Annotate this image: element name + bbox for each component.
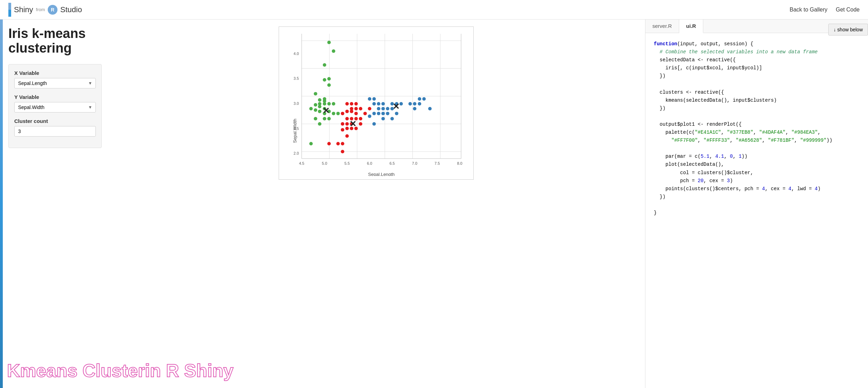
svg-point-110 [381,117,385,121]
svg-point-115 [428,107,432,110]
svg-point-38 [327,102,331,106]
svg-point-79 [345,134,349,138]
cluster-count-group: Cluster count [14,118,96,137]
svg-point-39 [318,105,321,108]
svg-point-48 [309,142,313,145]
svg-text:7.0: 7.0 [412,161,417,165]
svg-point-52 [332,102,335,106]
svg-point-36 [314,103,317,107]
code-line-10: output$plot1 <- renderPlot({ [654,121,860,129]
show-below-button[interactable]: ↓ show below [828,24,868,36]
code-line-15: plot(selectedData(), [654,161,860,169]
controls-box: X Variable Sepal.Length Sepal.Width Peta… [8,64,102,148]
y-variable-select[interactable]: Sepal.Width Sepal.Length Petal.Length Pe… [14,102,96,112]
code-line-11: palette(c("#E41A1C", "#377EB8", "#4DAF4A… [654,129,860,137]
svg-point-78 [341,128,344,132]
svg-point-112 [368,115,371,118]
code-line-blank3 [654,145,860,153]
svg-text:3.0: 3.0 [294,101,299,106]
code-line-18: points(clusters()$centers, pch = 4, cex … [654,185,860,193]
chart-container: Sepal.Width Sepal.Length [279,26,474,180]
svg-point-63 [359,107,362,110]
code-line-blank1 [654,80,860,88]
svg-text:2.5: 2.5 [294,126,299,131]
logo-area: Shiny from R Studio [8,3,82,17]
svg-point-33 [318,98,321,102]
x-variable-select-wrapper: Sepal.Length Sepal.Width Petal.Length Pe… [14,78,96,88]
svg-point-62 [354,107,358,110]
svg-text:6.0: 6.0 [367,161,372,165]
svg-point-114 [422,97,426,101]
code-line-comment1: # Combine the selected variables into a … [654,48,860,56]
svg-point-32 [314,92,317,95]
svg-point-65 [350,110,353,113]
y-variable-label: Y Variable [14,94,96,100]
svg-point-107 [413,107,416,110]
code-line-1: function(input, output, session) { [654,40,860,48]
svg-point-29 [327,83,331,87]
svg-point-103 [400,102,403,106]
svg-point-54 [327,41,331,44]
svg-point-72 [345,122,349,126]
svg-point-28 [323,78,326,82]
svg-point-30 [327,77,331,80]
svg-point-66 [354,112,358,115]
code-line-blank2 [654,112,860,121]
x-variable-select[interactable]: Sepal.Length Sepal.Width Petal.Length Pe… [14,78,96,88]
svg-point-92 [372,97,376,101]
svg-text:8.0: 8.0 [457,161,462,165]
svg-text:4.5: 4.5 [299,161,304,165]
back-to-gallery-link[interactable]: Back to Gallery [790,7,827,13]
svg-text:4.0: 4.0 [294,52,299,56]
svg-point-85 [363,112,367,115]
svg-point-108 [390,117,394,121]
svg-point-80 [341,142,344,145]
svg-point-50 [327,117,331,121]
svg-point-37 [323,102,326,106]
logo-r-badge: R [48,5,57,15]
svg-point-82 [336,142,340,145]
svg-point-71 [341,122,344,126]
code-line-2: selectedData <- reactive({ [654,56,860,64]
code-line-17: pch = 20, cex = 3) [654,177,860,185]
cluster-count-input[interactable] [14,126,96,137]
svg-text:2.0: 2.0 [294,151,299,155]
svg-point-94 [381,107,385,110]
svg-point-74 [359,122,362,126]
svg-point-93 [377,107,380,110]
tab-server-r[interactable]: server.R [645,20,679,33]
y-variable-group: Y Variable Sepal.Width Sepal.Length Peta… [14,94,96,112]
svg-point-84 [368,107,371,110]
logo-bar-icon [8,3,11,17]
svg-point-51 [332,112,335,115]
left-accent-bar [0,20,3,388]
svg-point-47 [318,122,321,126]
logo-studio-text: Studio [60,5,82,14]
svg-point-41 [314,108,317,112]
svg-point-42 [318,110,321,113]
code-line-12: "#FF7F00", "#FFFF33", "#A65628", "#F781B… [654,137,860,145]
svg-text:Sepal.Length: Sepal.Length [368,172,395,176]
page-title: Iris k-means clustering [8,26,102,56]
code-line-8: }) [654,104,860,112]
svg-point-109 [395,112,398,115]
code-line-19: }) [654,193,860,201]
svg-point-98 [377,112,380,115]
svg-point-104 [413,102,416,106]
svg-point-86 [359,117,362,121]
code-content: function(input, output, session) { # Com… [645,33,868,388]
tab-ui-r[interactable]: ui.R [679,20,703,33]
get-code-link[interactable]: Get Code [836,7,860,13]
svg-point-91 [368,97,371,101]
logo-shiny-text: Shiny [14,5,33,14]
svg-text:6.5: 6.5 [389,161,395,165]
cluster-count-label: Cluster count [14,118,96,124]
svg-point-53 [336,112,340,115]
svg-text:✕: ✕ [393,102,400,111]
svg-point-56 [323,63,326,67]
svg-text:5.5: 5.5 [344,161,350,165]
code-line-7: kmeans(selectedData(), input$clusters) [654,96,860,104]
svg-point-75 [345,127,349,130]
svg-text:✕: ✕ [349,119,356,129]
svg-text:3.5: 3.5 [294,76,299,80]
